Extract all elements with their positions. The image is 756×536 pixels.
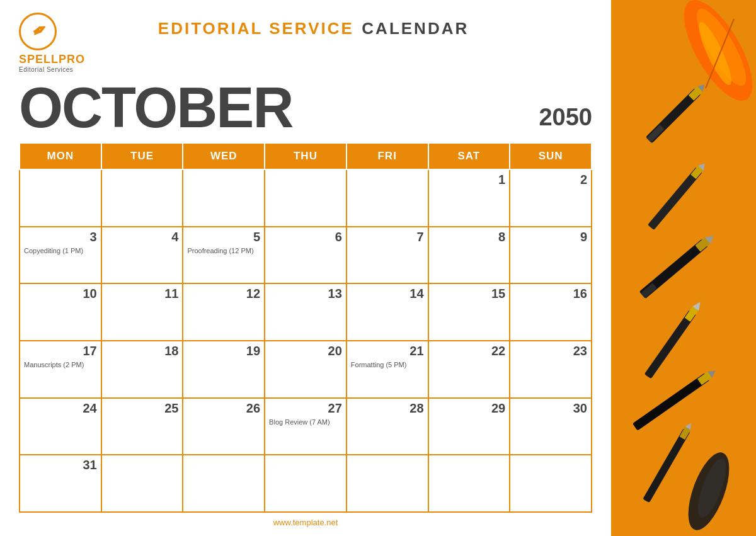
header: ✒ SPELLPRO Editorial Services EDITORIAL … [19, 13, 592, 73]
header-sun: SUN [510, 143, 592, 169]
calendar-day [20, 169, 101, 227]
calendar-day [346, 455, 428, 512]
footer-url: www.template.net [273, 518, 338, 527]
header-fri: FRI [346, 143, 428, 169]
year-label: 2050 [539, 104, 592, 131]
footer: www.template.net [19, 513, 592, 530]
calendar-day: 28 [346, 398, 428, 455]
calendar-day [265, 455, 346, 512]
calendar-day: 22 [428, 341, 510, 398]
calendar-day: 16 [510, 283, 592, 341]
calendar-day [265, 169, 346, 227]
calendar-body: 123Copyediting (1 PM)45Proofreading (12 … [20, 169, 592, 512]
calendar-table: MON TUE WED THU FRI SAT SUN 123Copyediti… [19, 142, 592, 513]
calendar-day [183, 169, 265, 227]
day-number: 6 [269, 230, 342, 244]
calendar-day: 15 [428, 283, 510, 341]
calendar-day: 17Manuscripts (2 PM) [20, 341, 101, 398]
day-event: Blog Review (7 AM) [269, 418, 330, 426]
logo-area: ✒ SPELLPRO Editorial Services [19, 13, 85, 73]
title-calendar: CALENDAR [362, 19, 469, 38]
day-number: 21 [351, 344, 424, 358]
calendar-day: 19 [183, 341, 265, 398]
calendar-day: 25 [101, 398, 183, 455]
header-wed: WED [183, 143, 265, 169]
calendar-week-1: 12 [20, 169, 592, 227]
day-number: 19 [187, 344, 260, 358]
day-number: 2 [514, 173, 587, 187]
day-number: 20 [269, 344, 342, 358]
day-number: 4 [106, 230, 179, 244]
day-number: 29 [433, 401, 506, 416]
day-event: Proofreading (12 PM) [187, 247, 253, 254]
logo-circle: ✒ [19, 13, 57, 50]
day-number: 31 [24, 458, 97, 472]
calendar-day: 21Formatting (5 PM) [346, 341, 428, 398]
main-content: ✒ SPELLPRO Editorial Services EDITORIAL … [0, 0, 611, 536]
calendar-day: 30 [510, 398, 592, 455]
calendar-week-2: 3Copyediting (1 PM)45Proofreading (12 PM… [20, 227, 592, 284]
day-number: 14 [351, 287, 424, 301]
day-number: 16 [514, 287, 587, 301]
calendar-day: 1 [428, 169, 510, 227]
day-number: 23 [514, 344, 587, 358]
logo-sub: Editorial Services [19, 66, 73, 73]
calendar-day: 26 [183, 398, 265, 455]
month-row: OCTOBER 2050 [19, 79, 592, 136]
day-event: Copyediting (1 PM) [24, 247, 83, 254]
header-tue: TUE [101, 143, 183, 169]
calendar-day: 8 [428, 227, 510, 284]
day-number: 5 [187, 230, 260, 244]
calendar-day: 5Proofreading (12 PM) [183, 227, 265, 284]
calendar-day: 14 [346, 283, 428, 341]
pen-svg [611, 0, 756, 536]
day-number: 22 [433, 344, 506, 358]
header-thu: THU [265, 143, 346, 169]
header-mon: MON [20, 143, 101, 169]
calendar-day: 2 [510, 169, 592, 227]
day-number: 15 [433, 287, 506, 301]
day-number: 10 [24, 287, 97, 301]
calendar-week-4: 17Manuscripts (2 PM)18192021Formatting (… [20, 341, 592, 398]
title-area: EDITORIAL SERVICE CALENDAR [85, 13, 542, 38]
header-sat: SAT [428, 143, 510, 169]
calendar-day: 18 [101, 341, 183, 398]
calendar-week-5: 24252627Blog Review (7 AM)282930 [20, 398, 592, 455]
day-number: 18 [106, 344, 179, 358]
calendar-day [101, 169, 183, 227]
calendar-day: 31 [20, 455, 101, 512]
logo-brand: SPELLPRO [19, 53, 85, 66]
calendar-day: 13 [265, 283, 346, 341]
calendar-day: 29 [428, 398, 510, 455]
calendar-day [346, 169, 428, 227]
calendar-week-3: 10111213141516 [20, 283, 592, 341]
calendar-day: 3Copyediting (1 PM) [20, 227, 101, 284]
calendar-day: 23 [510, 341, 592, 398]
day-number: 13 [269, 287, 342, 301]
logo-pen-icon: ✒ [26, 19, 49, 44]
calendar-week-6: 31 [20, 455, 592, 512]
day-number: 24 [24, 401, 97, 416]
calendar-day: 4 [101, 227, 183, 284]
calendar-day: 9 [510, 227, 592, 284]
month-name: OCTOBER [19, 79, 292, 136]
calendar-day: 24 [20, 398, 101, 455]
pen-illustration [611, 0, 756, 536]
calendar-day: 7 [346, 227, 428, 284]
days-header-row: MON TUE WED THU FRI SAT SUN [20, 143, 592, 169]
day-number: 27 [269, 401, 342, 416]
day-number: 12 [187, 287, 260, 301]
calendar-day: 12 [183, 283, 265, 341]
calendar-day [510, 455, 592, 512]
calendar-day [428, 455, 510, 512]
calendar-day: 10 [20, 283, 101, 341]
title-editorial: EDITORIAL SERVICE [158, 19, 354, 38]
day-event: Formatting (5 PM) [351, 361, 407, 368]
day-number: 25 [106, 401, 179, 416]
day-number: 17 [24, 344, 97, 358]
calendar-day: 6 [265, 227, 346, 284]
day-number: 7 [351, 230, 424, 244]
calendar-day: 11 [101, 283, 183, 341]
day-number: 11 [106, 287, 179, 301]
day-number: 30 [514, 401, 587, 416]
